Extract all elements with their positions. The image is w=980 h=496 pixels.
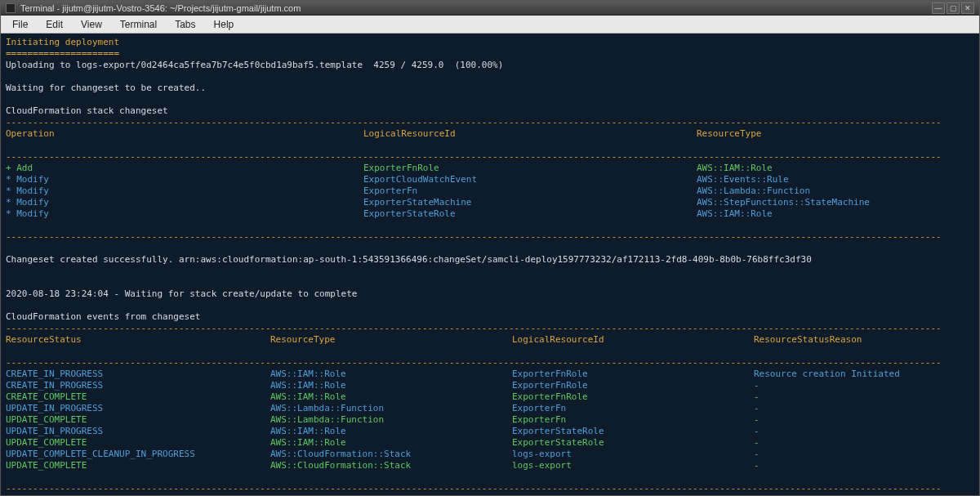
hdr-resource-status-reason: ResourceStatusReason [754,334,974,346]
rt-cell: AWS::Events::Rule [697,174,974,185]
terminal-output[interactable]: Initiating deployment ==================… [1,34,979,495]
changeset-header-row: OperationLogicalResourceIdResourceType [6,128,974,140]
stack-changeset-line: CloudFormation stack changeset [6,105,168,116]
lid-cell: ExporterStateMachine [363,197,697,208]
rtype-cell: AWS::CloudFormation::Stack [270,449,512,460]
event-row: CREATE_IN_PROGRESSAWS::IAM::RoleExporter… [6,380,974,391]
terminal-icon [6,3,16,13]
rsr-cell: - [754,437,974,449]
changeset-row: + AddExporterFnRoleAWS::IAM::Role [6,163,974,174]
menu-file[interactable]: File [4,17,36,32]
events-header-line: CloudFormation events from changeset [6,311,200,322]
hdr-operation: Operation [6,128,363,140]
lr-cell: ExporterStateRole [512,426,754,437]
changeset-rows: + AddExporterFnRoleAWS::IAM::Role* Modif… [6,163,974,220]
lr-cell: logs-export [512,460,754,471]
rs-cell: UPDATE_COMPLETE_CLEANUP_IN_PROGRESS [6,449,270,460]
menu-terminal[interactable]: Terminal [112,17,165,32]
lr-cell: ExporterStateRole [512,437,754,449]
initiating-underline: ===================== [6,48,119,59]
rtype-cell: AWS::IAM::Role [270,426,512,437]
event-row: UPDATE_IN_PROGRESSAWS::Lambda::FunctionE… [6,403,974,414]
lr-cell: ExporterFn [512,414,754,426]
event-row: UPDATE_COMPLETE_CLEANUP_IN_PROGRESSAWS::… [6,449,974,460]
rs-cell: UPDATE_COMPLETE [6,437,270,449]
lid-cell: ExporterFnRole [363,163,697,174]
rs-cell: UPDATE_IN_PROGRESS [6,403,270,414]
hdr-logical-resource-id: LogicalResourceId [512,334,754,346]
event-row: UPDATE_COMPLETEAWS::CloudFormation::Stac… [6,460,974,471]
event-row: UPDATE_IN_PROGRESSAWS::IAM::RoleExporter… [6,426,974,437]
divider-line: ----------------------------------------… [6,151,942,162]
rsr-cell: - [754,449,974,460]
rtype-cell: AWS::IAM::Role [270,369,512,380]
divider-line: ----------------------------------------… [6,231,942,242]
rs-cell: UPDATE_IN_PROGRESS [6,426,270,437]
rt-cell: AWS::StepFunctions::StateMachine [697,197,974,208]
waiting-stack-line: 2020-08-18 23:24:04 - Waiting for stack … [6,288,357,299]
menu-view[interactable]: View [73,17,110,32]
rs-cell: CREATE_IN_PROGRESS [6,380,270,391]
divider-line: ----------------------------------------… [6,483,942,494]
rs-cell: CREATE_IN_PROGRESS [6,369,270,380]
rtype-cell: AWS::IAM::Role [270,380,512,391]
minimize-button[interactable]: — [932,2,945,14]
op-cell: * Modify [6,208,363,220]
lr-cell: ExporterFnRole [512,380,754,391]
lr-cell: logs-export [512,449,754,460]
changeset-row: * ModifyExporterFnAWS::Lambda::Function [6,185,974,197]
window-titlebar: Terminal - jijutm@jijutm-Vostro-3546: ~/… [1,1,979,16]
divider-line: ----------------------------------------… [6,117,942,127]
hdr-resource-type: ResourceType [270,334,512,346]
rtype-cell: AWS::CloudFormation::Stack [270,460,512,471]
rsr-cell: - [754,391,974,403]
lid-cell: ExporterFn [363,185,697,197]
rtype-cell: AWS::Lambda::Function [270,403,512,414]
menu-bar: File Edit View Terminal Tabs Help [1,16,979,34]
lr-cell: ExporterFnRole [512,369,754,380]
rsr-cell: - [754,403,974,414]
divider-line: ----------------------------------------… [6,357,942,368]
op-cell: * Modify [6,185,363,197]
rsr-cell: Resource creation Initiated [754,369,974,380]
lr-cell: ExporterFnRole [512,391,754,403]
terminal-window: Terminal - jijutm@jijutm-Vostro-3546: ~/… [0,0,980,496]
op-cell: * Modify [6,197,363,208]
rtype-cell: AWS::IAM::Role [270,391,512,403]
menu-tabs[interactable]: Tabs [167,17,203,32]
changeset-row: * ModifyExporterStateRoleAWS::IAM::Role [6,208,974,220]
rsr-cell: - [754,414,974,426]
hdr-resource-type: ResourceType [697,128,974,140]
lr-cell: ExporterFn [512,403,754,414]
close-button[interactable]: ✕ [961,2,974,14]
rs-cell: UPDATE_COMPLETE [6,414,270,426]
rsr-cell: - [754,460,974,471]
rsr-cell: - [754,380,974,391]
changeset-row: * ModifyExporterStateMachineAWS::StepFun… [6,197,974,208]
lid-cell: ExportCloudWatchEvent [363,174,697,185]
rt-cell: AWS::Lambda::Function [697,185,974,197]
rtype-cell: AWS::IAM::Role [270,437,512,449]
hdr-resource-status: ResourceStatus [6,334,270,346]
rsr-cell: - [754,426,974,437]
rt-cell: AWS::IAM::Role [697,163,974,174]
rs-cell: UPDATE_COMPLETE [6,460,270,471]
event-rows: CREATE_IN_PROGRESSAWS::IAM::RoleExporter… [6,369,974,471]
window-title-text: Terminal - jijutm@jijutm-Vostro-3546: ~/… [20,3,301,13]
event-row: UPDATE_COMPLETEAWS::IAM::RoleExporterSta… [6,437,974,449]
maximize-button[interactable]: ▢ [947,2,960,14]
waiting-changeset-line: Waiting for changeset to be created.. [6,83,206,93]
window-controls: — ▢ ✕ [932,2,974,14]
hdr-logical-resource-id: LogicalResourceId [363,128,697,140]
event-row: CREATE_IN_PROGRESSAWS::IAM::RoleExporter… [6,369,974,380]
menu-help[interactable]: Help [206,17,243,32]
menu-edit[interactable]: Edit [38,17,71,32]
op-cell: + Add [6,163,363,174]
event-row: CREATE_COMPLETEAWS::IAM::RoleExporterFnR… [6,391,974,403]
rs-cell: CREATE_COMPLETE [6,391,270,403]
uploading-line: Uploading to logs-export/0d2464ca5ffea7b… [6,60,503,70]
initiating-line: Initiating deployment [6,37,119,47]
divider-line: ----------------------------------------… [6,323,942,333]
op-cell: * Modify [6,174,363,185]
events-header-row: ResourceStatusResourceTypeLogicalResourc… [6,334,974,346]
